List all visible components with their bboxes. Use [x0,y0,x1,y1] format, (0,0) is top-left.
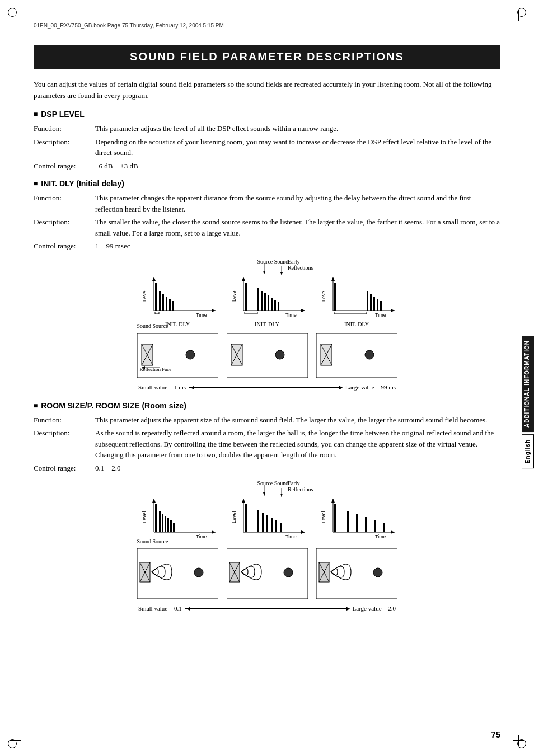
svg-marker-21 [242,277,245,281]
init-chart-2: Source Sound EarlyReflections [227,274,308,327]
rs-chart-3: Level Time [316,496,397,543]
room-description-value: As the sound is repeatedly reflected aro… [95,428,500,461]
sound-source-label-1: Sound Source [137,323,168,329]
svg-point-62 [275,350,284,359]
init-chart-2-label: INIT. DLY [227,321,308,327]
svg-marker-22 [301,309,305,312]
rs-chart-3-svg: Level Time [316,496,397,541]
early-arrow-svg [279,266,296,276]
init-param-table: Function: This parameter changes the app… [34,192,500,252]
page-number: 75 [491,730,500,739]
dsp-function-label: Function: [34,123,95,134]
rs-illus-1: Sound Source [137,548,218,601]
init-function-row: Function: This parameter changes the app… [34,192,500,214]
svg-rect-31 [274,300,276,311]
svg-rect-6 [155,283,157,311]
svg-rect-109 [383,523,385,532]
svg-point-55 [186,350,195,359]
section-heading-dsp: DSP LEVEL [34,110,500,119]
svg-rect-74 [155,504,157,532]
svg-rect-9 [166,297,167,311]
svg-rect-25 [245,283,247,311]
room-function-value: This parameter adjusts the apparent size… [95,415,500,426]
rs-illus-3 [316,548,397,601]
svg-rect-75 [159,511,161,532]
room-control-label: Control range: [34,463,95,474]
dsp-control-row: Control range: –6 dB – +3 dB [34,161,500,172]
room-size-diagram: Level Time Source Sound [34,479,500,612]
rs-chart-1: Level Time [137,496,218,543]
room-function-label: Function: [34,415,95,426]
init-illustrations: Sound Source Reflection Face [137,333,397,380]
reflection-face-label: Reflection Face [140,367,172,372]
room-description-label: Description: [34,428,95,461]
svg-marker-100 [331,499,335,503]
init-chart-3-label: INIT. DLY [316,321,397,327]
init-description-value: The smaller the value, the closer the so… [95,217,500,238]
svg-point-124 [373,568,382,577]
init-chart-3-svg: Level Time [316,274,397,319]
init-function-label: Function: [34,192,95,214]
section-heading-init: INIT. DLY (Initial delay) [34,179,500,188]
svg-text:Level: Level [142,289,147,302]
room-control-value: 0.1 – 2.0 [95,463,500,474]
rs-illus-1-svg [137,548,218,599]
svg-rect-10 [169,299,171,311]
dsp-param-table: Function: This parameter adjusts the lev… [34,123,500,171]
init-chart-1-svg: Level Time [137,274,218,319]
rs-sound-source-label: Sound Source [137,538,168,544]
svg-rect-11 [172,301,174,311]
svg-rect-42 [334,283,336,311]
svg-rect-27 [261,291,263,311]
svg-rect-28 [264,293,266,311]
init-dly-diagram: Level Time [34,257,500,391]
svg-marker-87 [242,499,245,503]
section-heading-room: ROOM SIZE/P. ROOM SIZE (Room size) [34,401,500,410]
svg-text:Time: Time [375,534,386,539]
svg-text:Level: Level [142,511,147,523]
dsp-description-label: Description: [34,137,95,158]
corner-circle-br [517,739,526,748]
page-title: SOUND FIELD PARAMETER DESCRIPTIONS [34,45,500,69]
init-scale-small: Small value = 1 ms [138,384,186,391]
svg-text:Time: Time [375,312,386,318]
source-arrow-svg [261,263,278,275]
svg-marker-70 [152,499,156,503]
svg-rect-107 [365,517,367,532]
dsp-control-value: –6 dB – +3 dB [95,161,500,172]
init-chart-2-svg: Level Time [227,274,308,319]
init-illus-2-svg [227,333,308,378]
svg-text:Level: Level [321,511,326,523]
svg-rect-80 [173,523,175,532]
room-illustrations: Sound Source [137,548,397,601]
rs-illus-2-svg [227,548,308,599]
section-room-size: ROOM SIZE/P. ROOM SIZE (Room size) Funct… [34,401,500,613]
svg-text:Time: Time [196,312,207,318]
svg-text:Level: Level [321,289,326,302]
init-control-row: Control range: 1 – 99 msec [34,241,500,252]
svg-rect-26 [257,288,259,311]
init-chart-1: Level Time [137,274,218,327]
rs-illus-2 [227,548,308,601]
tab-additional: ADDITIONAL INFORMATION [522,336,534,432]
rs-chart-2-svg: Level Time [227,496,308,541]
svg-text:Level: Level [231,289,237,302]
room-control-row: Control range: 0.1 – 2.0 [34,463,500,474]
init-description-row: Description: The smaller the value, the … [34,217,500,238]
svg-rect-76 [162,514,163,532]
init-illus-3-svg [316,333,397,378]
svg-point-67 [365,350,374,359]
section-init-dly: INIT. DLY (Initial delay) Function: This… [34,179,500,391]
svg-marker-38 [331,277,335,281]
svg-marker-71 [212,530,216,534]
right-sidebar: ADDITIONAL INFORMATION English [522,336,534,468]
svg-text:Level: Level [231,511,237,523]
dsp-control-label: Control range: [34,161,95,172]
svg-rect-7 [159,291,161,311]
svg-rect-94 [266,515,268,532]
svg-point-114 [194,568,203,577]
room-description-row: Description: As the sound is repeatedly … [34,428,500,461]
svg-rect-8 [162,294,164,311]
section-dsp-level: DSP LEVEL Function: This parameter adjus… [34,110,500,171]
room-function-row: Function: This parameter adjusts the app… [34,415,500,426]
